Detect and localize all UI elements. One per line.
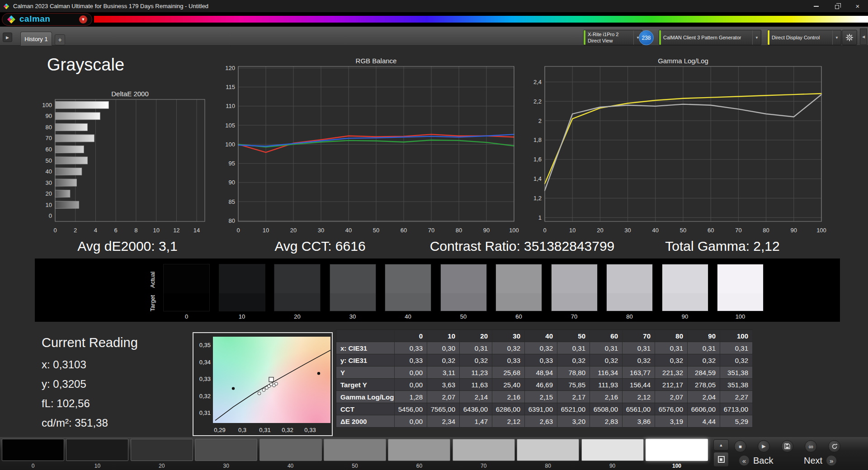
svg-text:0: 0 [236, 227, 240, 234]
table-cell: 2,17 [557, 391, 590, 403]
pattern-bar: 0102030405060708090100 ▲ ■ ▶ ∞ « Back Ne… [0, 437, 868, 470]
minimize-icon [814, 6, 819, 7]
table-cell: 2,16 [492, 391, 525, 403]
table-cell: 351,38 [720, 367, 753, 379]
stop-button[interactable]: ■ [734, 440, 746, 452]
restore-button[interactable] [826, 0, 847, 12]
svg-text:1,8: 1,8 [533, 136, 542, 143]
table-cell: 78,80 [557, 367, 590, 379]
pattern-patch-80[interactable] [517, 439, 579, 461]
save-button[interactable] [781, 440, 793, 452]
close-button[interactable]: × [847, 0, 868, 12]
app-window: Calman 2023 Calman Ultimate for Business… [0, 0, 868, 470]
swatch-target [330, 293, 376, 311]
collapse-panel-button[interactable]: ◀ [860, 28, 867, 45]
swatch-level-label: 10 [219, 313, 265, 320]
table-cell: 6508,00 [590, 403, 623, 415]
pattern-patch-20[interactable] [131, 439, 193, 461]
table-cell: 0,00 [395, 379, 427, 391]
next-chevron-icon: » [826, 455, 837, 466]
svg-text:40: 40 [345, 227, 352, 234]
calman-logo[interactable]: calman ▼ [2, 13, 92, 26]
swatch-target [385, 293, 431, 311]
svg-text:10: 10 [153, 227, 159, 234]
stat-avg-cct: Avg CCT: 6616 [230, 239, 410, 254]
panel-expand-button[interactable]: ▶ [3, 33, 12, 42]
swatch-actual [607, 264, 652, 293]
svg-text:0,35: 0,35 [199, 342, 211, 348]
pattern-patch-50[interactable] [324, 439, 386, 461]
table-col-header-60: 60 [590, 330, 623, 342]
table-cell: 221,32 [655, 367, 688, 379]
grayscale-swatch-strip: Actual Target 0102030405060708090100 [35, 258, 840, 322]
display-control-dropdown[interactable]: Direct Display Control ▼ [767, 30, 841, 45]
stat-avg-de2000: Avg dE2000: 3,1 [37, 239, 218, 254]
table-cell: 0,31 [655, 342, 688, 354]
stat-total-gamma: Total Gamma: 2,12 [632, 239, 813, 254]
next-button[interactable]: Next » [804, 455, 837, 466]
table-row-label: CCT [336, 403, 395, 415]
table-col-header-30: 30 [492, 330, 525, 342]
pattern-patch-0[interactable] [2, 439, 64, 461]
settings-button[interactable] [842, 30, 857, 45]
play-button[interactable]: ▶ [758, 440, 770, 452]
pattern-generator-dropdown[interactable]: CalMAN Client 3 Pattern Generator ▼ [659, 30, 761, 45]
table-cell: 6391,00 [525, 403, 557, 415]
table-row-label: Gamma Log/Log [336, 391, 395, 403]
meter-profile-badge[interactable]: 238 [639, 30, 654, 45]
table-cell: 25,68 [492, 367, 525, 379]
svg-text:80: 80 [456, 227, 462, 234]
swatch-target [552, 293, 597, 311]
table-cell: 2,12 [623, 391, 655, 403]
table-cell: 3,19 [655, 415, 688, 428]
table-cell: 2,16 [590, 391, 623, 403]
swatch-level-label: 30 [330, 313, 376, 320]
add-tab-button[interactable]: + [55, 34, 65, 45]
grayscale-swatch-70 [551, 264, 598, 311]
table-cell: 2,27 [720, 391, 753, 403]
table-cell: 1,47 [460, 415, 492, 428]
table-cell: 0,32 [460, 354, 492, 367]
table-cell: 212,17 [655, 379, 688, 391]
table-cell: 2,04 [688, 391, 720, 403]
table-cell: 11,23 [460, 367, 492, 379]
pattern-patch-30[interactable] [195, 439, 257, 461]
meter-dropdown[interactable]: X-Rite i1Pro 2 Direct View ▼ [583, 30, 642, 45]
table-cell: 3,20 [557, 415, 590, 428]
table-cell: 6561,00 [623, 403, 655, 415]
grayscale-swatch-30 [330, 264, 376, 311]
page-title: Grayscale [47, 55, 124, 75]
table-cell: 0,00 [395, 367, 427, 379]
logo-menu-button[interactable]: ▼ [79, 15, 87, 24]
svg-text:10: 10 [46, 202, 52, 208]
svg-text:1,4: 1,4 [533, 175, 542, 182]
chevron-down-icon: ▼ [832, 30, 841, 45]
link-button[interactable]: ∞ [805, 440, 817, 452]
svg-text:50: 50 [373, 227, 379, 234]
back-button[interactable]: « Back [739, 455, 773, 466]
swatch-target [274, 293, 320, 311]
pattern-patch-90[interactable] [581, 439, 644, 461]
svg-text:20: 20 [46, 190, 52, 197]
restore-icon [835, 5, 839, 9]
meter-name: X-Rite i1Pro 2 [588, 31, 618, 38]
pattern-patch-70[interactable] [453, 439, 515, 461]
table-cell: 2,34 [427, 415, 460, 428]
window-toggle-button[interactable] [713, 452, 729, 467]
pattern-patch-100[interactable] [646, 439, 708, 461]
refresh-button[interactable] [828, 440, 840, 452]
pattern-patch-10[interactable] [66, 439, 128, 461]
svg-text:50: 50 [46, 157, 52, 164]
pattern-patch-40[interactable] [259, 439, 322, 461]
pattern-patch-level-label: 10 [66, 463, 128, 469]
collapse-strip-button[interactable]: ▲ [713, 439, 729, 451]
reading-fl: fL: 102,56 [42, 397, 90, 410]
tab-history-1[interactable]: History 1 [20, 32, 52, 46]
svg-text:100: 100 [225, 141, 235, 148]
swatch-level-label: 90 [662, 313, 708, 320]
minimize-button[interactable] [806, 0, 826, 12]
pattern-patch-60[interactable] [388, 439, 450, 461]
swatch-level-label: 50 [440, 313, 487, 320]
swatch-actual [274, 264, 320, 293]
svg-text:50: 50 [680, 227, 686, 234]
